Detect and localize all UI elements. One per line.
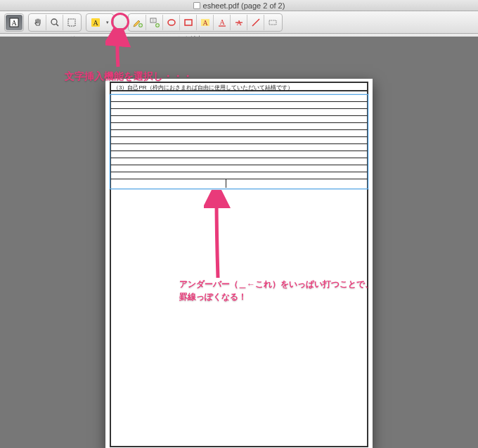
- pdf-file-icon: [193, 2, 200, 9]
- svg-point-2: [51, 19, 57, 25]
- text-select-tool-button[interactable]: A: [6, 15, 22, 30]
- text-underline-icon: A: [217, 18, 227, 27]
- svg-rect-11: [185, 20, 192, 25]
- chevron-down-icon: ▾: [106, 20, 109, 25]
- ruled-line: [110, 95, 368, 102]
- svg-line-3: [56, 24, 58, 26]
- svg-text:A: A: [11, 19, 17, 27]
- magnify-tool-button[interactable]: [46, 15, 63, 30]
- link-icon: [268, 18, 278, 27]
- highlight-dropdown[interactable]: ▾: [104, 15, 112, 30]
- line-icon: [251, 18, 261, 27]
- link-annot-button[interactable]: [264, 15, 281, 30]
- ruled-line: [110, 144, 368, 151]
- window-titlebar: esheet.pdf (page 2 of 2): [0, 0, 478, 11]
- ruled-line: [110, 165, 368, 172]
- line-annot-button[interactable]: [247, 15, 264, 30]
- highlight-tool-group: A ▾: [86, 13, 114, 32]
- svg-text:A: A: [219, 18, 225, 26]
- ruled-line: [110, 130, 368, 137]
- toolbar: A A ▾: [0, 11, 478, 34]
- view-tools-group: [28, 13, 82, 32]
- pdf-viewer[interactable]: （3）自己PR（枠内におさまれば自由に使用していただいて結構です）: [0, 37, 478, 448]
- hand-tool-button[interactable]: [30, 15, 46, 30]
- text-highlight-button[interactable]: A: [197, 15, 214, 30]
- svg-line-18: [252, 19, 259, 26]
- text-strike-icon: A: [234, 18, 244, 27]
- text-insert-editing-box[interactable]: [110, 94, 368, 189]
- text-strikethrough-button[interactable]: A: [231, 15, 247, 30]
- ruled-line: [110, 151, 368, 158]
- svg-point-10: [168, 20, 175, 25]
- highlight-icon: A: [91, 18, 101, 27]
- ruled-line: [110, 137, 368, 144]
- marquee-icon: [67, 18, 77, 27]
- ruled-line: [110, 172, 368, 179]
- magnifier-icon: [50, 18, 60, 27]
- form-section-title: （3）自己PR（枠内におさまれば自由に使用していただいて結構です）: [111, 83, 367, 91]
- anchored-note-button[interactable]: [146, 15, 163, 30]
- pdf-page: （3）自己PR（枠内におさまれば自由に使用していただいて結構です）: [105, 79, 373, 448]
- text-underline-button[interactable]: A: [214, 15, 231, 30]
- window-title: esheet.pdf (page 2 of 2): [203, 1, 285, 10]
- svg-rect-8: [150, 18, 156, 23]
- svg-text:A: A: [93, 19, 98, 27]
- hand-icon: [33, 18, 43, 27]
- anchor-note-icon: [149, 17, 160, 28]
- rect-annot-button[interactable]: [180, 15, 197, 30]
- ruled-line: [110, 123, 368, 130]
- text-highlight-icon: A: [200, 18, 210, 27]
- ruled-line: [110, 102, 368, 109]
- text-insert-tool-button[interactable]: [129, 15, 146, 30]
- marquee-tool-button[interactable]: [63, 15, 80, 30]
- svg-rect-4: [68, 19, 75, 26]
- pencil-plus-icon: [132, 17, 143, 28]
- circle-icon: [167, 18, 176, 27]
- note-tools-group: A A A: [128, 13, 283, 32]
- text-tool-icon: A: [9, 18, 19, 27]
- ruled-line: [110, 109, 368, 116]
- tool-mode-group: A: [4, 13, 24, 32]
- rectangle-icon: [183, 18, 193, 27]
- ruled-line: [110, 179, 226, 188]
- circle-annot-button[interactable]: [163, 15, 180, 30]
- svg-text:A: A: [202, 19, 208, 27]
- svg-rect-19: [269, 20, 276, 25]
- ruled-line: [110, 158, 368, 165]
- ruled-line: [110, 116, 368, 123]
- highlight-tool-button[interactable]: A: [87, 15, 104, 30]
